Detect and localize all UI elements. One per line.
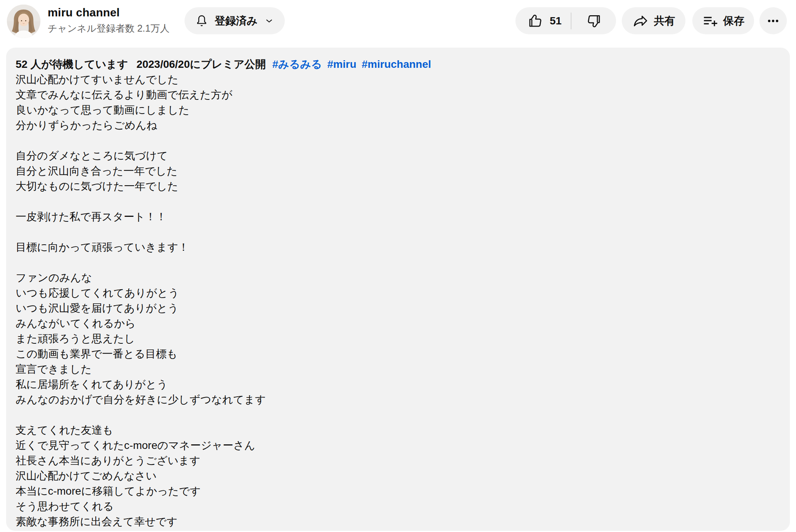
channel-meta: miru channel チャンネル登録者数 2.1万人: [48, 6, 170, 34]
like-dislike-pill: 51: [515, 7, 616, 34]
hashtag-list: #みるみる #miru #miruchannel: [272, 57, 431, 72]
share-label: 共有: [654, 14, 675, 28]
avatar-image: [7, 5, 40, 38]
subscribed-button[interactable]: 登録済み: [185, 7, 285, 34]
save-label: 保存: [723, 14, 745, 28]
watch-page: miru channel チャンネル登録者数 2.1万人 登録済み: [0, 0, 796, 532]
more-actions-button[interactable]: [759, 7, 787, 34]
premiere-meta-line: 52 人が待機しています 2023/06/20にプレミア公開 #みるみる #mi…: [16, 57, 778, 72]
video-actions: 51: [515, 7, 787, 34]
like-button[interactable]: 51: [515, 7, 571, 34]
subscribed-label: 登録済み: [215, 14, 258, 28]
share-arrow-icon: [632, 13, 649, 29]
description-body: 沢山心配かけてすいませんでした 文章でみんなに伝えるより動画で伝えた方が 良いか…: [16, 72, 778, 529]
hashtag-link-miru[interactable]: #miru: [327, 57, 356, 72]
hashtag-link-miruchannel[interactable]: #miruchannel: [362, 57, 431, 72]
premiere-date: 2023/06/20にプレミア公開: [136, 57, 266, 72]
channel-avatar[interactable]: [7, 5, 40, 38]
subscriber-count: チャンネル登録者数 2.1万人: [48, 23, 170, 34]
save-button[interactable]: 保存: [692, 7, 754, 34]
playlist-add-icon: [702, 13, 719, 29]
hashtag-link-mirumiru[interactable]: #みるみる: [272, 57, 322, 72]
channel-name[interactable]: miru channel: [48, 6, 170, 19]
like-count: 51: [550, 15, 562, 27]
waiting-status: 52 人が待機しています: [16, 57, 128, 72]
thumb-down-icon: [586, 13, 602, 29]
share-button[interactable]: 共有: [622, 7, 685, 34]
dislike-button[interactable]: [571, 7, 616, 34]
bell-icon: [194, 14, 209, 28]
chevron-down-icon: [263, 15, 275, 27]
thumb-up-icon: [527, 13, 544, 29]
description-box[interactable]: 52 人が待機しています 2023/06/20にプレミア公開 #みるみる #mi…: [6, 48, 790, 531]
more-dots-icon: [766, 13, 781, 29]
